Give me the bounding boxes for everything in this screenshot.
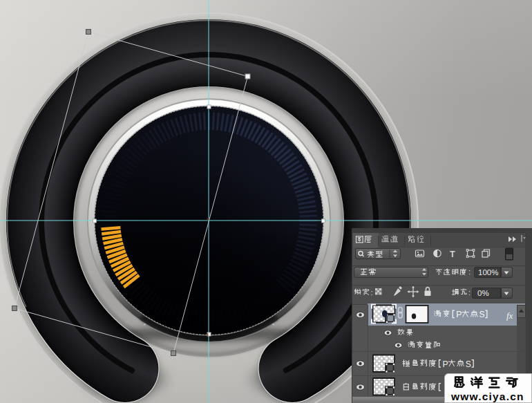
svg-text:S: S xyxy=(479,310,485,319)
svg-text:fx: fx xyxy=(506,310,513,321)
svg-text:P: P xyxy=(442,359,448,369)
svg-text:P: P xyxy=(456,310,462,319)
svg-text::: : xyxy=(371,288,373,297)
svg-text:T: T xyxy=(450,250,455,259)
svg-text:www.ciya.cn: www.ciya.cn xyxy=(450,391,524,402)
svg-text::: : xyxy=(468,268,471,276)
svg-text:S: S xyxy=(466,359,471,369)
svg-text:100%: 100% xyxy=(478,268,498,277)
svg-text::: : xyxy=(468,288,471,297)
svg-text:0%: 0% xyxy=(477,289,489,297)
